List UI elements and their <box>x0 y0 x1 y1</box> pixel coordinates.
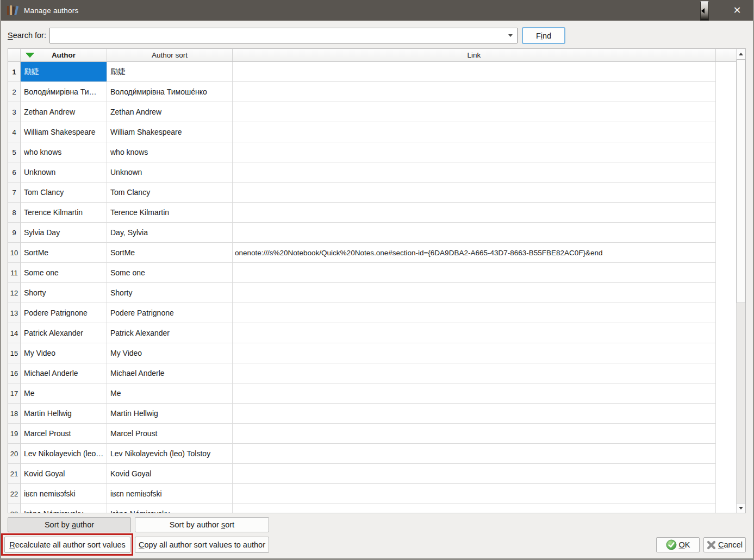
row-number[interactable]: 6 <box>8 162 21 183</box>
row-number[interactable]: 5 <box>8 142 21 162</box>
author-cell[interactable]: Terence Kilmartin <box>21 203 107 223</box>
table-row[interactable]: 19 Marcel Proust Marcel Proust <box>8 424 736 444</box>
author-cell[interactable]: Lev Nikolayevich (leo… <box>21 444 107 464</box>
row-number[interactable]: 2 <box>8 82 21 102</box>
search-combobox[interactable] <box>49 28 518 43</box>
link-cell[interactable] <box>233 303 716 323</box>
author-sort-cell[interactable]: iʁɛn nemiʁɔfski <box>107 484 233 504</box>
row-number[interactable]: 12 <box>8 283 21 303</box>
author-sort-cell[interactable]: SortMe <box>107 243 233 263</box>
link-cell[interactable] <box>233 404 716 424</box>
author-cell[interactable]: Shorty <box>21 283 107 303</box>
sort-by-author-sort-button[interactable]: Sort by author sort <box>135 517 269 532</box>
table-row[interactable]: 23 Irène Némirovsky Irène Némirovsky <box>8 504 736 513</box>
row-number[interactable]: 11 <box>8 263 21 283</box>
close-button[interactable]: ✕ <box>725 0 750 21</box>
row-number[interactable]: 10 <box>8 243 21 263</box>
author-sort-cell[interactable]: Me <box>107 383 233 404</box>
cancel-button[interactable]: Cancel <box>703 537 746 552</box>
author-cell[interactable]: William Shakespeare <box>21 122 107 142</box>
author-sort-cell[interactable]: William Shakespeare <box>107 122 233 142</box>
header-corner[interactable] <box>8 49 21 61</box>
row-number[interactable]: 20 <box>8 444 21 464</box>
author-sort-cell[interactable]: Shorty <box>107 283 233 303</box>
table-row[interactable]: 16 Michael Anderle Michael Anderle <box>8 363 736 383</box>
author-cell[interactable]: Martin Hellwig <box>21 404 107 424</box>
table-row[interactable]: 17 Me Me <box>8 383 736 404</box>
ok-button[interactable]: OK <box>656 537 700 552</box>
row-number[interactable]: 22 <box>8 484 21 504</box>
table-row[interactable]: 1 励婕 励婕 <box>8 62 736 82</box>
author-sort-cell[interactable]: Terence Kilmartin <box>107 203 233 223</box>
link-cell[interactable] <box>233 203 716 223</box>
author-cell[interactable]: Michael Anderle <box>21 363 107 383</box>
author-sort-cell[interactable]: Some one <box>107 263 233 283</box>
author-sort-cell[interactable]: Marcel Proust <box>107 424 233 444</box>
link-cell[interactable] <box>233 464 716 484</box>
author-sort-cell[interactable]: Michael Anderle <box>107 363 233 383</box>
table-row[interactable]: 21 Kovid Goyal Kovid Goyal <box>8 464 736 484</box>
row-number[interactable]: 19 <box>8 424 21 444</box>
author-cell[interactable]: Patrick Alexander <box>21 323 107 343</box>
link-cell[interactable] <box>233 363 716 383</box>
row-number[interactable]: 17 <box>8 383 21 404</box>
author-sort-cell[interactable]: Tom Clancy <box>107 183 233 203</box>
column-header-link[interactable]: Link <box>233 49 716 61</box>
author-cell[interactable]: iʁɛn nemiʁɔfski <box>21 484 107 504</box>
column-header-author[interactable]: Author <box>21 49 107 61</box>
author-sort-cell[interactable]: Irène Némirovsky <box>107 504 233 513</box>
link-cell[interactable] <box>233 444 716 464</box>
row-number[interactable]: 21 <box>8 464 21 484</box>
row-number[interactable]: 7 <box>8 183 21 203</box>
link-cell[interactable] <box>233 223 716 243</box>
link-cell[interactable] <box>233 183 716 203</box>
author-sort-cell[interactable]: Podere Patrignone <box>107 303 233 323</box>
row-number[interactable]: 18 <box>8 404 21 424</box>
row-number[interactable]: 23 <box>8 504 21 513</box>
link-cell[interactable] <box>233 142 716 162</box>
link-cell[interactable] <box>233 323 716 343</box>
table-row[interactable]: 10 SortMe SortMe onenote:///s%20Notebook… <box>8 243 736 263</box>
author-sort-cell[interactable]: Patrick Alexander <box>107 323 233 343</box>
author-sort-cell[interactable]: Володи́мирівна Тимоше́нко <box>107 82 233 102</box>
author-cell[interactable]: Unknown <box>21 162 107 183</box>
row-number[interactable]: 3 <box>8 102 21 122</box>
author-cell[interactable]: Me <box>21 383 107 404</box>
table-row[interactable]: 7 Tom Clancy Tom Clancy <box>8 183 736 203</box>
sort-by-author-button[interactable]: Sort by author <box>8 517 131 532</box>
table-row[interactable]: 12 Shorty Shorty <box>8 283 736 303</box>
table-row[interactable]: 11 Some one Some one <box>8 263 736 283</box>
search-input[interactable] <box>51 29 509 42</box>
author-cell[interactable]: Tom Clancy <box>21 183 107 203</box>
table-row[interactable]: 13 Podere Patrignone Podere Patrignone <box>8 303 736 323</box>
scroll-up-button[interactable] <box>737 49 745 60</box>
row-number[interactable]: 1 <box>8 62 21 82</box>
author-cell[interactable]: 励婕 <box>21 62 107 82</box>
table-row[interactable]: 4 William Shakespeare William Shakespear… <box>8 122 736 142</box>
table-row[interactable]: 22 iʁɛn nemiʁɔfski iʁɛn nemiʁɔfski <box>8 484 736 504</box>
author-cell[interactable]: Kovid Goyal <box>21 464 107 484</box>
link-cell[interactable] <box>233 484 716 504</box>
author-sort-cell[interactable]: 励婕 <box>107 62 233 82</box>
link-cell[interactable] <box>233 263 716 283</box>
row-number[interactable]: 15 <box>8 343 21 363</box>
link-cell[interactable] <box>233 383 716 404</box>
scrollbar-thumb[interactable] <box>737 59 745 303</box>
table-row[interactable]: 18 Martin Hellwig Martin Hellwig <box>8 404 736 424</box>
author-cell[interactable]: Володи́мирівна Ти… <box>21 82 107 102</box>
author-cell[interactable]: Podere Patrignone <box>21 303 107 323</box>
link-cell[interactable] <box>233 82 716 102</box>
author-sort-cell[interactable]: Day, Sylvia <box>107 223 233 243</box>
table-row[interactable]: 20 Lev Nikolayevich (leo… Lev Nikolayevi… <box>8 444 736 464</box>
table-row[interactable]: 8 Terence Kilmartin Terence Kilmartin <box>8 203 736 223</box>
author-sort-cell[interactable]: Martin Hellwig <box>107 404 233 424</box>
copy-author-sort-button[interactable]: Copy all author sort values to author <box>135 537 269 553</box>
scroll-down-button[interactable] <box>737 503 745 513</box>
author-sort-cell[interactable]: Zethan Andrew <box>107 102 233 122</box>
author-sort-cell[interactable]: My Video <box>107 343 233 363</box>
row-number[interactable]: 4 <box>8 122 21 142</box>
table-row[interactable]: 6 Unknown Unknown <box>8 162 736 183</box>
author-cell[interactable]: Zethan Andrew <box>21 102 107 122</box>
author-cell[interactable]: My Video <box>21 343 107 363</box>
recalculate-author-sort-button[interactable]: Recalculate all author sort values <box>4 537 130 553</box>
